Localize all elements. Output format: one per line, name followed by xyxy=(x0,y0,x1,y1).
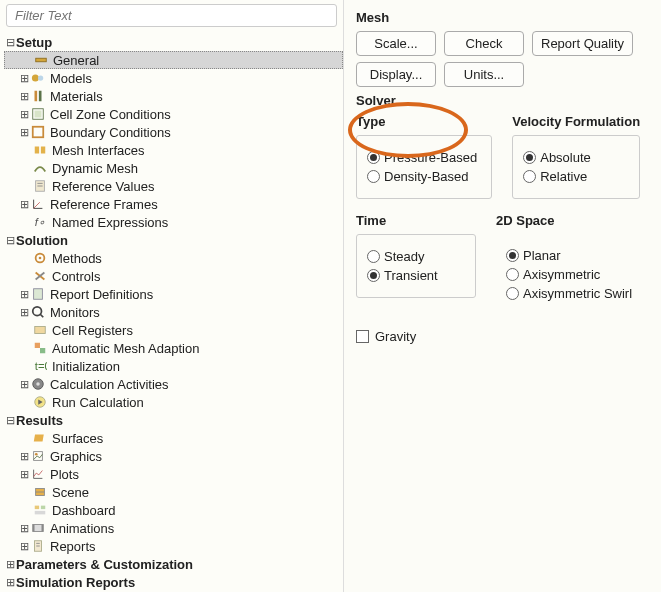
tree-item-report-definitions[interactable]: ⊞ Report Definitions xyxy=(4,285,343,303)
svg-rect-3 xyxy=(35,91,38,102)
tree-item-plots[interactable]: ⊞ Plots xyxy=(4,465,343,483)
check-button[interactable]: Check xyxy=(444,31,524,56)
scale-button[interactable]: Scale... xyxy=(356,31,436,56)
tree-item-named-expressions[interactable]: f∘ Named Expressions xyxy=(4,213,343,231)
expand-icon[interactable]: ⊞ xyxy=(18,90,30,103)
tree-item-initialization[interactable]: t=0 Initialization xyxy=(4,357,343,375)
radio-icon xyxy=(506,268,519,281)
expand-icon[interactable]: ⊞ xyxy=(18,522,30,535)
svg-rect-24 xyxy=(35,327,46,334)
radio-density-based[interactable]: Density-Based xyxy=(367,169,477,184)
expand-icon[interactable]: ⊞ xyxy=(18,288,30,301)
plots-icon xyxy=(30,466,46,482)
report-definitions-icon xyxy=(30,286,46,302)
svg-line-15 xyxy=(34,202,40,208)
tree-item-models[interactable]: ⊞ Models xyxy=(4,69,343,87)
tree-item-mesh-interfaces[interactable]: Mesh Interfaces xyxy=(4,141,343,159)
tree-item-general[interactable]: General xyxy=(4,51,343,69)
expand-icon[interactable]: ⊞ xyxy=(18,126,30,139)
expand-icon[interactable]: ⊞ xyxy=(18,306,30,319)
radio-icon xyxy=(367,170,380,183)
time-group-box: Steady Transient xyxy=(356,234,476,298)
svg-rect-0 xyxy=(36,58,47,62)
tree-item-reports[interactable]: ⊞ Reports xyxy=(4,537,343,555)
expand-icon[interactable]: ⊞ xyxy=(18,72,30,85)
tree-item-materials[interactable]: ⊞ Materials xyxy=(4,87,343,105)
dashboard-icon xyxy=(32,502,48,518)
radio-planar[interactable]: Planar xyxy=(506,248,632,263)
tree-item-graphics[interactable]: ⊞ Graphics xyxy=(4,447,343,465)
tree-item-monitors[interactable]: ⊞ Monitors xyxy=(4,303,343,321)
expand-icon[interactable]: ⊞ xyxy=(18,450,30,463)
expand-icon[interactable]: ⊞ xyxy=(18,468,30,481)
svg-text:f∘: f∘ xyxy=(35,216,45,228)
collapse-icon[interactable]: ⊟ xyxy=(4,36,16,49)
tree-item-boundary-conditions[interactable]: ⊞ Boundary Conditions xyxy=(4,123,343,141)
radio-absolute[interactable]: Absolute xyxy=(523,150,625,165)
svg-line-23 xyxy=(40,314,44,318)
tree-item-controls[interactable]: Controls xyxy=(4,267,343,285)
units-button[interactable]: Units... xyxy=(444,62,524,87)
outline-tree: ⊟ Setup General ⊞ Models ⊞ Materials ⊞ C… xyxy=(0,33,343,591)
collapse-icon[interactable]: ⊟ xyxy=(4,234,16,247)
svg-rect-38 xyxy=(41,506,45,510)
filter-text-input[interactable] xyxy=(6,4,337,27)
radio-pressure-based[interactable]: Pressure-Based xyxy=(367,150,477,165)
expand-icon[interactable]: ⊞ xyxy=(4,558,16,571)
expand-icon[interactable]: ⊞ xyxy=(18,540,30,553)
radio-icon xyxy=(523,151,536,164)
radio-axisymmetric-swirl[interactable]: Axisymmetric Swirl xyxy=(506,286,632,301)
gravity-checkbox[interactable]: Gravity xyxy=(356,329,649,344)
radio-icon xyxy=(367,151,380,164)
display-button[interactable]: Display... xyxy=(356,62,436,87)
tree-item-dashboard[interactable]: Dashboard xyxy=(4,501,343,519)
reference-frames-icon xyxy=(30,196,46,212)
tree-item-cell-zone-conditions[interactable]: ⊞ Cell Zone Conditions xyxy=(4,105,343,123)
tree-item-animations[interactable]: ⊞ Animations xyxy=(4,519,343,537)
boundary-icon xyxy=(30,124,46,140)
expand-icon[interactable]: ⊞ xyxy=(4,576,16,589)
dynamic-mesh-icon xyxy=(32,160,48,176)
materials-icon xyxy=(30,88,46,104)
tree-item-reference-frames[interactable]: ⊞ Reference Frames xyxy=(4,195,343,213)
radio-relative[interactable]: Relative xyxy=(523,169,625,184)
tree-item-solution[interactable]: ⊟ Solution xyxy=(4,231,343,249)
methods-icon xyxy=(32,250,48,266)
tree-item-dynamic-mesh[interactable]: Dynamic Mesh xyxy=(4,159,343,177)
radio-axisymmetric[interactable]: Axisymmetric xyxy=(506,267,632,282)
tree-item-run-calculation[interactable]: Run Calculation xyxy=(4,393,343,411)
run-calculation-icon xyxy=(32,394,48,410)
tree-item-automatic-mesh-adaption[interactable]: Automatic Mesh Adaption xyxy=(4,339,343,357)
tree-item-simulation-reports[interactable]: ⊞ Simulation Reports xyxy=(4,573,343,591)
svg-rect-9 xyxy=(41,147,45,154)
radio-transient[interactable]: Transient xyxy=(367,268,461,283)
type-group-title: Type xyxy=(356,114,492,129)
svg-rect-42 xyxy=(42,525,44,532)
tree-item-methods[interactable]: Methods xyxy=(4,249,343,267)
expand-icon[interactable]: ⊞ xyxy=(18,378,30,391)
surfaces-icon xyxy=(32,430,48,446)
collapse-icon[interactable]: ⊟ xyxy=(4,414,16,427)
tree-item-surfaces[interactable]: Surfaces xyxy=(4,429,343,447)
2d-space-group-title: 2D Space xyxy=(496,213,646,228)
auto-mesh-adaption-icon xyxy=(32,340,48,356)
tree-item-results[interactable]: ⊟ Results xyxy=(4,411,343,429)
tree-item-scene[interactable]: Scene xyxy=(4,483,343,501)
velocity-formulation-group-title: Velocity Formulation xyxy=(512,114,640,129)
expand-icon[interactable]: ⊞ xyxy=(18,198,30,211)
solver-section-title: Solver xyxy=(356,93,649,108)
report-quality-button[interactable]: Report Quality xyxy=(532,31,633,56)
expand-icon[interactable]: ⊞ xyxy=(18,108,30,121)
tree-item-parameters-customization[interactable]: ⊞ Parameters & Customization xyxy=(4,555,343,573)
svg-point-2 xyxy=(38,75,43,80)
tree-item-setup[interactable]: ⊟ Setup xyxy=(4,33,343,51)
tree-item-reference-values[interactable]: Reference Values xyxy=(4,177,343,195)
controls-icon xyxy=(32,268,48,284)
tree-item-calculation-activities[interactable]: ⊞ Calculation Activities xyxy=(4,375,343,393)
tree-item-cell-registers[interactable]: Cell Registers xyxy=(4,321,343,339)
svg-rect-37 xyxy=(35,506,39,510)
mesh-section-title: Mesh xyxy=(356,10,649,25)
svg-point-18 xyxy=(39,257,42,260)
radio-steady[interactable]: Steady xyxy=(367,249,461,264)
svg-point-32 xyxy=(35,453,38,456)
